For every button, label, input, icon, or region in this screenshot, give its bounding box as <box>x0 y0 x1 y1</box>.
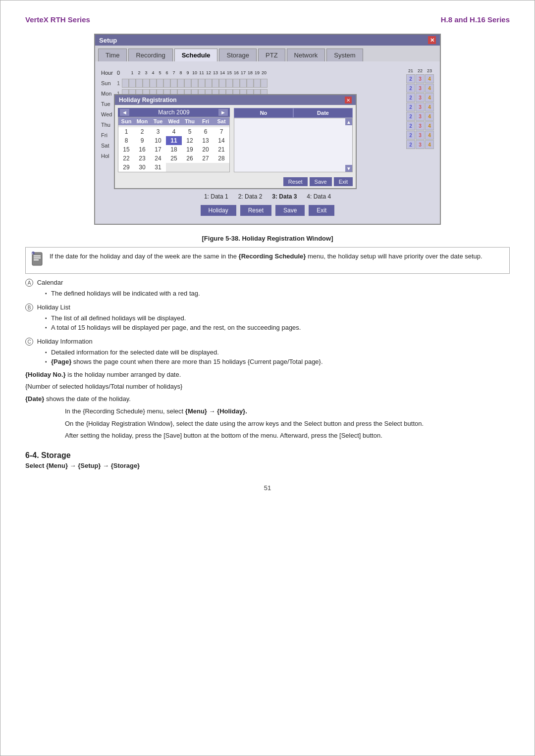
right-cell[interactable]: 4 <box>425 74 434 83</box>
right-cell[interactable]: 3 <box>416 131 425 140</box>
cal-day-8[interactable]: 8 <box>118 136 134 145</box>
tab-time[interactable]: Time <box>98 49 127 61</box>
right-cell[interactable]: 4 <box>425 93 434 102</box>
cal-day-5[interactable]: 5 <box>182 127 198 136</box>
right-cell[interactable]: 2 <box>406 112 415 121</box>
sched-cell[interactable] <box>233 79 240 88</box>
right-cell[interactable]: 2 <box>406 102 415 111</box>
sched-cell[interactable] <box>157 79 163 88</box>
right-cell[interactable]: 2 <box>406 140 415 149</box>
right-cell[interactable]: 2 <box>406 93 415 102</box>
tab-recording[interactable]: Recording <box>128 49 172 61</box>
sched-cell[interactable] <box>150 79 157 88</box>
sched-cell[interactable] <box>212 79 219 88</box>
cal-next-button[interactable]: ► <box>218 109 228 116</box>
cal-day-14[interactable]: 14 <box>214 136 229 145</box>
tab-storage[interactable]: Storage <box>219 49 257 61</box>
scroll-down-button[interactable]: ▼ <box>345 165 352 172</box>
right-cell[interactable]: 2 <box>406 121 415 130</box>
cal-day-11[interactable]: 11 <box>166 136 182 145</box>
sched-cell[interactable] <box>143 79 150 88</box>
sched-cell[interactable] <box>240 79 247 88</box>
holiday-button[interactable]: Holiday <box>201 205 236 216</box>
right-cell[interactable]: 2 <box>406 131 415 140</box>
tab-system[interactable]: System <box>326 49 363 61</box>
cal-day-10[interactable]: 10 <box>150 136 166 145</box>
cal-day-19[interactable]: 19 <box>182 145 198 154</box>
cal-day-27[interactable]: 27 <box>198 154 214 163</box>
sched-cell[interactable] <box>184 79 191 88</box>
sched-cell[interactable] <box>261 79 268 88</box>
right-cell[interactable]: 4 <box>425 131 434 140</box>
holiday-reset-button[interactable]: Reset <box>283 177 308 186</box>
cal-day-22[interactable]: 22 <box>118 154 134 163</box>
cal-day-13[interactable]: 13 <box>198 136 214 145</box>
cal-day-15[interactable]: 15 <box>118 145 134 154</box>
sched-cell[interactable] <box>177 79 184 88</box>
cal-header-wed: Wed <box>166 117 182 125</box>
cal-day-31[interactable]: 31 <box>150 163 166 172</box>
reset-button[interactable]: Reset <box>240 205 271 216</box>
right-cell[interactable]: 2 <box>406 84 415 93</box>
cal-day-17[interactable]: 17 <box>150 145 166 154</box>
sched-cell[interactable] <box>219 79 226 88</box>
setup-close-button[interactable]: ✕ <box>428 36 436 44</box>
cal-day-16[interactable]: 16 <box>134 145 150 154</box>
right-cell[interactable]: 4 <box>425 102 434 111</box>
cal-day-2[interactable]: 2 <box>134 127 150 136</box>
cal-prev-button[interactable]: ◄ <box>120 109 129 116</box>
cal-day-1[interactable]: 1 <box>118 127 134 136</box>
sched-cell[interactable] <box>254 79 261 88</box>
right-cell[interactable]: 3 <box>416 140 425 149</box>
section-A-bullets: The defined holidays will be indicated w… <box>45 289 510 299</box>
sched-cell[interactable] <box>247 79 254 88</box>
sched-cell[interactable] <box>129 79 136 88</box>
cal-week-3: 8 9 10 11 12 13 14 <box>118 136 229 145</box>
sched-cell[interactable] <box>205 79 212 88</box>
tab-network[interactable]: Network <box>287 49 325 61</box>
holiday-save-button[interactable]: Save <box>310 177 332 186</box>
sched-cell[interactable] <box>170 79 177 88</box>
cal-day-24[interactable]: 24 <box>150 154 166 163</box>
right-cell[interactable]: 3 <box>416 121 425 130</box>
sched-cell[interactable] <box>198 79 205 88</box>
cal-day-23[interactable]: 23 <box>134 154 150 163</box>
storage-subheading: Select {Menu} → {Setup} → {Storage} <box>25 462 510 469</box>
tab-schedule[interactable]: Schedule <box>174 49 218 61</box>
holiday-exit-button[interactable]: Exit <box>334 177 353 186</box>
exit-button[interactable]: Exit <box>309 205 334 216</box>
sched-cell[interactable] <box>136 79 143 88</box>
cal-day-9[interactable]: 9 <box>134 136 150 145</box>
right-cell[interactable]: 3 <box>416 93 425 102</box>
cal-day-29[interactable]: 29 <box>118 163 134 172</box>
right-cell[interactable]: 3 <box>416 102 425 111</box>
cal-day-3[interactable]: 3 <box>150 127 166 136</box>
cal-day-30[interactable]: 30 <box>134 163 150 172</box>
right-cell[interactable]: 2 <box>406 74 415 83</box>
right-cell[interactable]: 3 <box>416 112 425 121</box>
cal-day-6[interactable]: 6 <box>198 127 214 136</box>
cal-day-20[interactable]: 20 <box>198 145 214 154</box>
cal-day-26[interactable]: 26 <box>182 154 198 163</box>
cal-day-21[interactable]: 21 <box>214 145 229 154</box>
right-cell[interactable]: 4 <box>425 84 434 93</box>
right-cell[interactable]: 3 <box>416 74 425 83</box>
cal-day-28[interactable]: 28 <box>214 154 229 163</box>
cal-day-18[interactable]: 18 <box>166 145 182 154</box>
sched-cell[interactable] <box>226 79 233 88</box>
sched-cell[interactable] <box>163 79 170 88</box>
right-cell[interactable]: 4 <box>425 121 434 130</box>
cal-day-4[interactable]: 4 <box>166 127 182 136</box>
holiday-reg-close[interactable]: ✕ <box>345 97 352 103</box>
tab-ptz[interactable]: PTZ <box>258 49 285 61</box>
cal-day-12[interactable]: 12 <box>182 136 198 145</box>
sched-cell[interactable] <box>191 79 198 88</box>
right-cell[interactable]: 4 <box>425 112 434 121</box>
cal-day-25[interactable]: 25 <box>166 154 182 163</box>
scroll-up-button[interactable]: ▲ <box>345 118 352 125</box>
cal-day-7[interactable]: 7 <box>214 127 229 136</box>
save-button[interactable]: Save <box>275 205 305 216</box>
right-cell[interactable]: 3 <box>416 84 425 93</box>
sched-cell[interactable] <box>122 79 129 88</box>
right-cell[interactable]: 4 <box>425 140 434 149</box>
